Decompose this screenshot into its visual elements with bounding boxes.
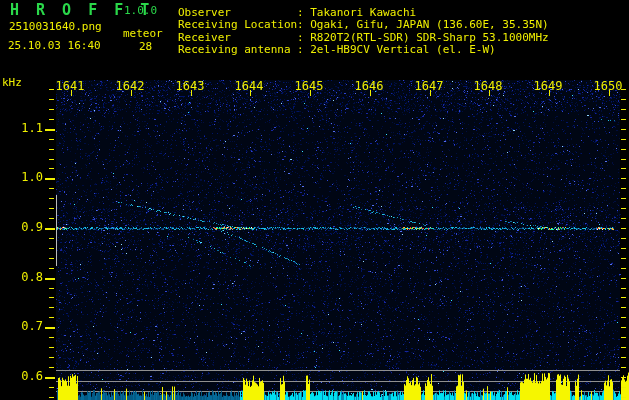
time-label-1641: 1641 xyxy=(53,79,87,93)
spectrogram-canvas xyxy=(0,0,629,400)
time-label-1646: 1646 xyxy=(352,79,386,93)
time-label-1649: 1649 xyxy=(531,79,565,93)
freq-label-1.1: 1.1 xyxy=(0,121,43,135)
app-version: 1.0.0 xyxy=(124,4,157,17)
freq-label-0.9: 0.9 xyxy=(0,220,43,234)
time-label-1645: 1645 xyxy=(292,79,326,93)
time-label-1650: 1650 xyxy=(591,79,625,93)
info-row-antenna: Receiving antenna: 2el-HB9CV Vertical (e… xyxy=(178,43,496,56)
time-label-1648: 1648 xyxy=(471,79,505,93)
time-label-1647: 1647 xyxy=(412,79,446,93)
info-value-location: Ogaki, Gifu, JAPAN (136.60E, 35.35N) xyxy=(310,18,548,31)
time-label-1643: 1643 xyxy=(173,79,207,93)
info-row-location: Receiving Location: Ogaki, Gifu, JAPAN (… xyxy=(178,18,549,31)
time-label-1642: 1642 xyxy=(113,79,147,93)
info-value-antenna: 2el-HB9CV Vertical (el. E-W) xyxy=(310,43,495,56)
meteor-count: 28 xyxy=(139,40,152,53)
freq-label-0.8: 0.8 xyxy=(0,270,43,284)
mode-label: meteor xyxy=(123,27,163,40)
hrofft-window: H R O F F T 1.0.0 2510031640.png meteor … xyxy=(0,0,629,400)
freq-label-0.6: 0.6 xyxy=(0,369,43,383)
freq-axis: 1.11.00.90.80.70.6 xyxy=(0,0,46,400)
info-label-location: Receiving Location xyxy=(178,18,297,31)
time-axis: 1641164216431644164516461647164816491650 xyxy=(0,79,629,93)
time-label-1644: 1644 xyxy=(232,79,266,93)
info-label-antenna: Receiving antenna xyxy=(178,43,297,56)
freq-label-1.0: 1.0 xyxy=(0,170,43,184)
freq-label-0.7: 0.7 xyxy=(0,319,43,333)
